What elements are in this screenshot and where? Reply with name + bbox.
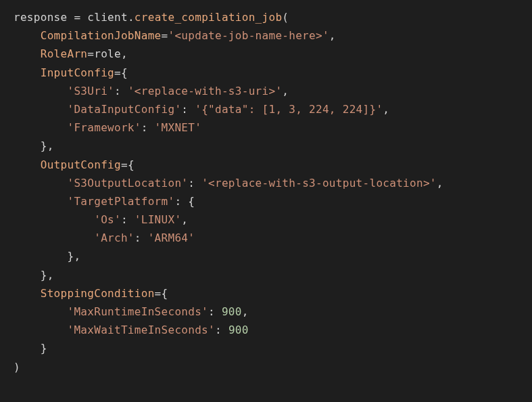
code-line: RoleArn=role, [14,45,518,63]
brace-open: { [128,158,135,171]
indent-guide [14,158,41,171]
comma: , [437,177,443,189]
variable: response [14,11,74,24]
code-line: OutputConfig={ [14,156,518,174]
param-name: RoleArn [41,47,88,60]
brace-close: }, [41,269,54,282]
dict-key: 'S3OutputLocation' [67,177,188,189]
string-value: '<replace-with-s3-uri>' [128,85,282,97]
code-line: 'MaxRuntimeInSeconds': 900, [14,303,518,321]
indent-guide [14,287,41,300]
string-value: 'MXNET' [155,121,202,134]
dict-key: 'Framework' [67,121,141,134]
brace-close: }, [67,250,80,263]
indent-guide [14,29,41,42]
code-line: 'Os': 'LINUX', [14,210,518,229]
indent-guide [14,139,41,152]
code-line: ) [14,358,518,376]
code-line: 'S3OutputLocation': '<replace-with-s3-ou… [14,174,518,192]
param-name: OutputConfig [41,158,121,171]
colon: : [215,323,228,336]
operator: = [87,47,94,60]
number-value: 900 [222,305,242,318]
operator: = [121,158,128,171]
code-line: 'DataInputConfig': '{"data": [1, 3, 224,… [14,100,518,118]
comma: , [242,305,249,318]
paren-close: ) [14,361,20,374]
dict-key: 'MaxWaitTimeInSeconds' [67,323,215,336]
dict-key: 'DataInputConfig' [67,103,181,116]
brace-close: } [41,342,47,355]
indent-guide [14,250,67,263]
string-value: '<replace-with-s3-output-location>' [201,177,437,189]
comma: , [383,103,389,116]
comma: , [329,29,336,42]
indent-guide [14,85,67,97]
brace-open: { [162,287,168,300]
dict-key: 'TargetPlatform' [67,195,174,208]
code-line: }, [14,247,518,265]
code-line: }, [14,137,518,155]
colon: : [188,177,201,189]
variable: role [94,47,121,60]
colon: : [174,195,188,208]
operator: = [155,287,162,300]
string-value: '<update-job-name-here>' [168,29,329,42]
object: client [87,11,128,24]
indent-guide [14,231,94,244]
operator: = [74,11,87,24]
code-line: CompilationJobName='<update-job-name-her… [14,26,518,45]
indent-guide [14,121,67,134]
colon: : [208,305,222,318]
code-line: InputConfig={ [14,64,518,82]
code-line: 'S3Uri': '<replace-with-s3-uri>', [14,82,518,100]
code-line: 'Arch': 'ARM64' [14,229,518,247]
indent-guide [14,195,67,208]
param-name: InputConfig [41,66,114,79]
operator: = [162,29,168,42]
comma: , [121,47,128,60]
indent-guide [14,47,41,60]
number-value: 900 [228,323,249,336]
code-line: 'TargetPlatform': { [14,192,518,210]
param-name: CompilationJobName [41,29,162,42]
indent-guide [14,66,41,79]
indent-guide [14,177,67,189]
comma: , [282,85,289,97]
colon: : [135,231,148,244]
brace-open: { [188,195,195,208]
code-line: } [14,339,518,357]
colon: : [141,121,155,134]
paren-open: ( [282,11,289,24]
function-name: create_compilation_job [135,11,283,24]
code-line: 'MaxWaitTimeInSeconds': 900 [14,321,518,339]
string-value: 'LINUX' [135,213,182,226]
param-name: StoppingCondition [41,287,155,300]
dot: . [128,11,135,24]
string-value: 'ARM64' [148,231,195,244]
comma: , [181,213,188,226]
brace-close: }, [41,139,54,152]
code-line: response = client.create_compilation_job… [14,8,518,26]
indent-guide [14,342,41,355]
code-line: StoppingCondition={ [14,284,518,303]
indent-guide [14,323,67,336]
code-block: response = client.create_compilation_job… [14,8,518,376]
dict-key: 'S3Uri' [67,85,114,97]
indent-guide [14,213,94,226]
string-value: '{"data": [1, 3, 224, 224]}' [195,103,383,116]
indent-guide [14,305,67,318]
operator: = [114,66,121,79]
brace-open: { [121,66,128,79]
dict-key: 'Arch' [94,231,135,244]
colon: : [121,213,135,226]
dict-key: 'Os' [94,213,121,226]
code-line: 'Framework': 'MXNET' [14,118,518,137]
code-line: }, [14,266,518,284]
dict-key: 'MaxRuntimeInSeconds' [67,305,208,318]
indent-guide [14,269,41,282]
colon: : [114,85,128,97]
colon: : [181,103,195,116]
indent-guide [14,103,67,116]
